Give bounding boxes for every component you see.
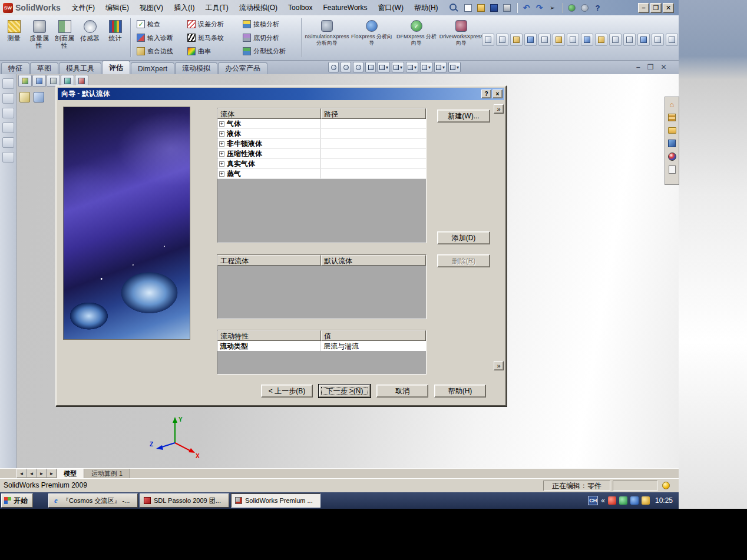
- tab-sketch[interactable]: 草图: [30, 62, 58, 74]
- fluid-row-gases[interactable]: +气体: [217, 119, 426, 129]
- toolbar-icon[interactable]: [524, 34, 537, 46]
- tab-mold-tools[interactable]: 模具工具: [59, 62, 101, 74]
- appearances-scenes-icon[interactable]: [666, 151, 677, 162]
- appearances-tab-icon[interactable]: [75, 75, 88, 87]
- draft-analysis-button[interactable]: 拔模分析: [240, 18, 299, 31]
- scroll-left-icon[interactable]: ◄: [27, 469, 37, 478]
- display-style-icon[interactable]: [406, 62, 418, 72]
- menu-edit[interactable]: 编辑(E): [100, 0, 134, 15]
- tab-dimxpert[interactable]: DimXpert: [131, 62, 174, 74]
- statistics-button[interactable]: 统计: [103, 16, 128, 59]
- open-icon[interactable]: [475, 2, 487, 14]
- expand-icon[interactable]: +: [219, 161, 224, 167]
- start-button[interactable]: 开始: [1, 493, 33, 508]
- expand-icon[interactable]: +: [219, 171, 224, 177]
- quick-tips-icon[interactable]: [662, 482, 670, 489]
- fluids-column-header[interactable]: 流体: [217, 108, 321, 119]
- dialog-close-button[interactable]: ×: [493, 90, 503, 98]
- save-icon[interactable]: [488, 2, 500, 14]
- flow-type-row[interactable]: 流动类型 层流与湍流: [217, 341, 426, 351]
- new-fluid-button[interactable]: 新建(W)...: [437, 110, 490, 122]
- print-icon[interactable]: [501, 2, 513, 14]
- tray-icon-3[interactable]: [630, 496, 639, 505]
- zoom-fit-icon[interactable]: [328, 62, 339, 72]
- dialog-help-button[interactable]: ?: [481, 90, 491, 98]
- select-icon[interactable]: [547, 2, 558, 14]
- tab-features[interactable]: 特征: [1, 62, 29, 74]
- tray-icon-2[interactable]: [619, 496, 627, 505]
- characteristic-column-header[interactable]: 流动特性: [217, 330, 321, 341]
- toolbar-icon[interactable]: [553, 34, 565, 46]
- taskbar-item-solidworks[interactable]: SolidWorks Premium ...: [231, 493, 320, 508]
- tab-flow-simulation[interactable]: 流动模拟: [175, 62, 217, 74]
- menu-insert[interactable]: 插入(I): [168, 0, 200, 15]
- mass-properties-button[interactable]: 质量属性: [27, 16, 52, 59]
- fluid-row-non-newtonian[interactable]: +非牛顿液体: [217, 139, 426, 149]
- toolbar-icon[interactable]: [510, 34, 523, 46]
- zebra-stripes-button[interactable]: 斑马条纹: [184, 31, 237, 44]
- relation-tool-icon[interactable]: [2, 108, 14, 118]
- menu-view[interactable]: 视图(V): [134, 0, 168, 15]
- redo-icon[interactable]: [534, 2, 546, 14]
- search-icon[interactable]: [447, 2, 459, 14]
- tab-evaluate[interactable]: 评估: [102, 61, 130, 74]
- fluid-row-real-gases[interactable]: +真实气体: [217, 159, 426, 169]
- undo-icon[interactable]: [521, 2, 533, 14]
- menu-toolbox[interactable]: Toolbox: [283, 0, 318, 15]
- floxpress-button[interactable]: FloXpress 分析向导: [349, 16, 394, 59]
- custom-properties-icon[interactable]: [666, 164, 677, 175]
- help-button[interactable]: 帮助(H): [434, 385, 486, 397]
- toolbar-icon[interactable]: [567, 34, 579, 46]
- more-options-bottom-icon[interactable]: »: [494, 361, 504, 370]
- toolbar-icon[interactable]: [482, 34, 494, 46]
- scroll-first-icon[interactable]: ◄: [16, 469, 27, 478]
- taskbar-item-passolo[interactable]: SDL Passolo 2009 团...: [140, 493, 229, 508]
- path-column-header[interactable]: 路径: [321, 108, 426, 119]
- mirror-tool-icon[interactable]: [2, 137, 14, 148]
- app-minimize-button[interactable]: –: [638, 3, 649, 13]
- language-indicator[interactable]: CH: [588, 496, 598, 505]
- quick-launch-ie-icon[interactable]: [35, 493, 47, 508]
- doc-restore-button[interactable]: ❐: [647, 63, 654, 71]
- scroll-right-icon[interactable]: ►: [37, 469, 47, 478]
- cancel-button[interactable]: 取消: [376, 385, 428, 397]
- curvature-button[interactable]: 曲率: [184, 45, 237, 58]
- zoom-in-out-icon[interactable]: [353, 62, 363, 72]
- section-properties-button[interactable]: 剖面属性: [52, 16, 77, 59]
- toolbar-icon[interactable]: [496, 34, 508, 46]
- offset-tool-icon[interactable]: [2, 152, 14, 163]
- driveworksxpress-button[interactable]: DriveWorksXpress 向导: [439, 16, 484, 59]
- dimxpertmanager-tab-icon[interactable]: [61, 75, 74, 87]
- undercut-analysis-button[interactable]: 底切分析: [240, 31, 299, 44]
- tab-office-products[interactable]: 办公室产品: [218, 62, 267, 74]
- zoom-area-icon[interactable]: [341, 62, 351, 72]
- toolbar-icon[interactable]: [609, 34, 622, 46]
- app-close-button[interactable]: ✕: [663, 3, 674, 13]
- doc-minimize-button[interactable]: –: [636, 63, 640, 71]
- project-fluids-column-header[interactable]: 工程流体: [217, 255, 321, 266]
- back-button[interactable]: < 上一步(B): [261, 385, 313, 397]
- view-orientation-icon[interactable]: [392, 62, 404, 72]
- part-node-icon[interactable]: [19, 92, 30, 102]
- menu-flow-simulation[interactable]: 流动模拟(O): [234, 0, 283, 15]
- home-icon[interactable]: [666, 99, 677, 110]
- file-explorer-icon[interactable]: [666, 125, 677, 136]
- value-column-header[interactable]: 值: [321, 330, 426, 341]
- appearances-icon[interactable]: [434, 62, 447, 72]
- design-library-icon[interactable]: [666, 112, 677, 123]
- propertymanager-tab-icon[interactable]: [32, 75, 46, 87]
- remove-fluid-button[interactable]: 删除(R): [437, 254, 490, 267]
- more-options-top-icon[interactable]: »: [494, 104, 504, 114]
- previous-view-icon[interactable]: [365, 62, 376, 72]
- menu-featureworks[interactable]: FeatureWorks: [318, 0, 372, 15]
- hide-show-items-icon[interactable]: [420, 62, 432, 72]
- import-diagnostics-button[interactable]: 输入诊断: [134, 31, 182, 44]
- clock[interactable]: 10:25: [655, 496, 673, 505]
- expand-icon[interactable]: +: [219, 131, 224, 137]
- rebuild-icon[interactable]: [566, 2, 578, 14]
- menu-help[interactable]: 帮助(H): [409, 0, 444, 15]
- tray-icon-4[interactable]: [642, 496, 650, 505]
- new-document-icon[interactable]: [462, 2, 474, 14]
- check-button[interactable]: 检查: [134, 18, 182, 31]
- toolbar-icon[interactable]: [637, 34, 650, 46]
